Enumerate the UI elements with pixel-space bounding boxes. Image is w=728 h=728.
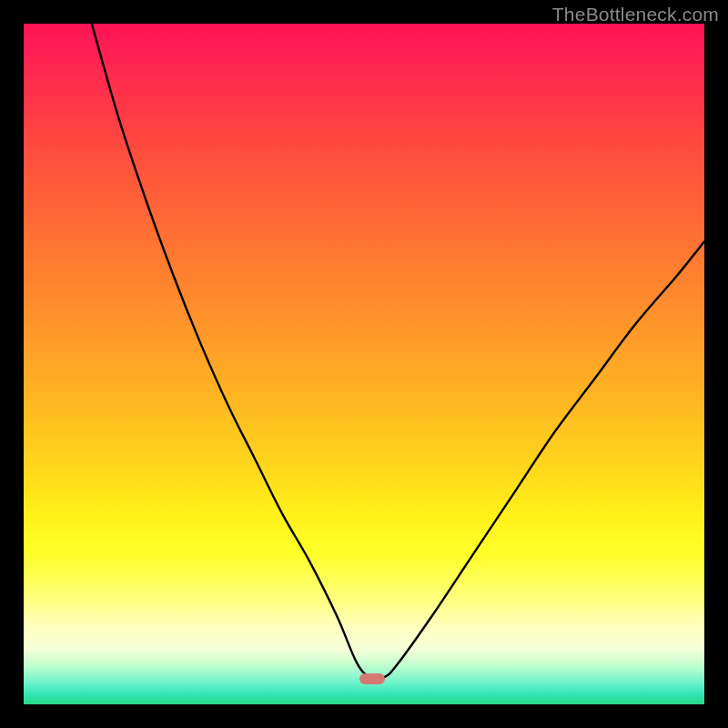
- gradient-background: [24, 24, 704, 704]
- optimum-marker: [359, 673, 385, 684]
- chart-frame: TheBottleneck.com: [0, 0, 728, 728]
- watermark-text: TheBottleneck.com: [552, 4, 719, 25]
- plot-area: [24, 24, 704, 704]
